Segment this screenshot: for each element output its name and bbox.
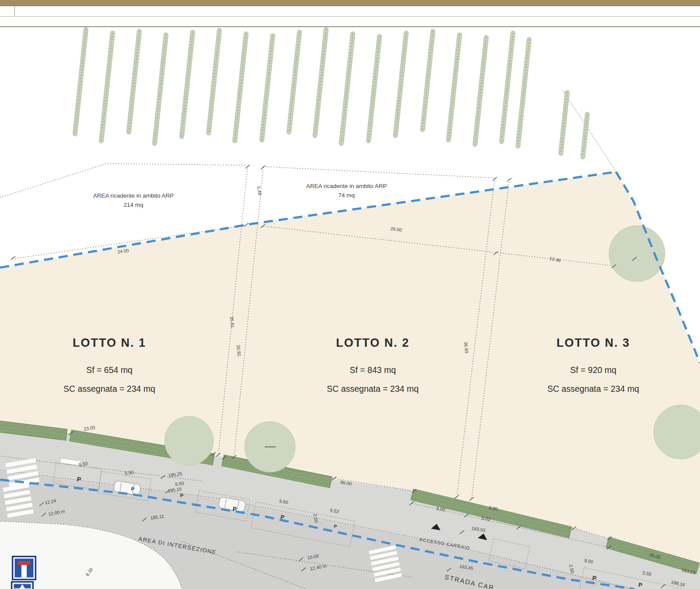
dimension-tick — [11, 256, 15, 260]
vegetation-strip — [446, 32, 462, 143]
parcel-side-line — [562, 90, 616, 171]
one-way-road-sign-icon — [11, 582, 33, 589]
dimension-tick — [507, 178, 511, 181]
vegetation-strip — [420, 29, 435, 132]
drawing-viewer: AREA ricadente in ambito ARP214 mqAREA r… — [0, 0, 700, 589]
vegetation-strip — [312, 27, 328, 138]
dead-end-road-sign-icon — [12, 556, 36, 580]
lot-sf-value: Sf = 920 mq — [570, 365, 616, 375]
dimension-label: 5.49 — [256, 186, 263, 196]
arp-area-label: AREA ricadente in ambito ARP — [306, 183, 387, 189]
vegetation-rows — [73, 27, 590, 159]
lot-sc-value: SC assegnata = 234 mq — [63, 384, 155, 394]
vegetation-strip — [581, 112, 590, 159]
arp-area-label: AREA ricadente in ambito ARP — [93, 192, 174, 199]
lot-sc-value: SC assegnata = 234 mq — [327, 384, 419, 394]
sheet-subheader-strip — [0, 17, 700, 27]
dimension-tick — [261, 166, 265, 169]
dimension-tick — [245, 165, 250, 168]
lot-sf-value: Sf = 654 mq — [86, 365, 133, 375]
vegetation-strip — [558, 90, 570, 156]
dimension-tick — [493, 177, 497, 181]
vegetation-strip — [152, 32, 168, 146]
tree-canopy — [609, 226, 665, 282]
arp-area-outline — [263, 167, 495, 178]
vegetation-strip — [73, 27, 88, 136]
sheet-header-cell — [0, 6, 15, 16]
window-top-bar — [0, 0, 700, 6]
vegetation-strip — [393, 31, 409, 138]
site-plan-drawing: AREA ricadente in ambito ARP214 mqAREA r… — [0, 26, 700, 589]
vegetation-strip — [499, 31, 515, 144]
arp-area-value: 74 mq — [338, 192, 355, 199]
sheet-header-strip — [0, 6, 700, 17]
vegetation-strip — [206, 28, 222, 136]
lot-sf-value: Sf = 843 mq — [350, 365, 396, 375]
vegetation-strip — [366, 34, 382, 143]
vegetation-strip — [472, 35, 489, 147]
lot-title: LOTTO N. 3 — [556, 336, 630, 349]
lot-title: LOTTO N. 2 — [336, 336, 410, 349]
tree-canopy — [164, 416, 214, 465]
vegetation-strip — [339, 31, 355, 146]
vegetation-strip — [126, 29, 142, 135]
vegetation-strip — [259, 33, 275, 143]
lot-sc-value: SC assegnata = 234 mq — [547, 384, 639, 394]
vegetation-strip — [99, 31, 115, 143]
vegetation-strip — [232, 31, 248, 143]
vegetation-strip — [287, 30, 302, 135]
vegetation-strip — [179, 30, 195, 139]
arp-area-value: 214 mq — [123, 202, 143, 208]
vegetation-strip — [515, 37, 532, 149]
lot-title: LOTTO N. 1 — [73, 336, 146, 349]
